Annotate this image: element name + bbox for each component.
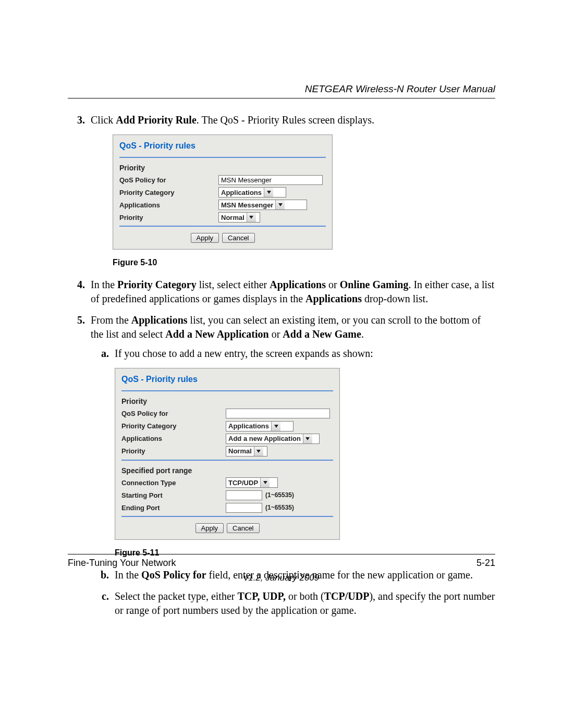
panel2-lbl-conn: Connection Type — [121, 478, 226, 488]
step-5c: Select the packet type, either TCP, UDP,… — [112, 589, 495, 618]
panel2-lbl-policy: QoS Policy for — [121, 409, 226, 418]
doc-header-title: NETGEAR Wireless-N Router User Manual — [68, 83, 495, 98]
chevron-down-icon — [271, 422, 280, 431]
panel2-hr-bottom — [121, 516, 333, 517]
panel1-dd-priority-text: Normal — [219, 213, 247, 223]
qos-panel-1: QoS - Priority rules Priority QoS Policy… — [113, 134, 333, 250]
qos-panel-2: QoS - Priority rules Priority QoS Policy… — [115, 368, 340, 540]
panel2-title: QoS - Priority rules — [115, 368, 339, 388]
svg-marker-3 — [274, 425, 278, 428]
panel2-lbl-apps: Applications — [121, 434, 226, 443]
chevron-down-icon — [247, 213, 256, 222]
panel2-lbl-end: Ending Port — [121, 503, 226, 513]
panel2-input-ending-port[interactable] — [226, 503, 262, 513]
panel2-dd-applications[interactable]: Add a new Application — [226, 434, 320, 444]
panel2-apply-button[interactable]: Apply — [195, 523, 224, 533]
panel2-lbl-start: Starting Port — [121, 491, 226, 500]
svg-marker-1 — [278, 203, 283, 206]
panel1-hr-top — [119, 157, 326, 158]
step3-bold-1: Add Priority Rule — [116, 114, 196, 126]
panel2-dd-connection-type[interactable]: TCP/UDP — [226, 477, 278, 488]
panel2-input-policy[interactable] — [226, 409, 330, 418]
panel1-input-policy[interactable] — [218, 175, 323, 185]
panel2-hr-top — [121, 390, 333, 391]
chevron-down-icon — [275, 200, 285, 209]
panel1-apply-button[interactable]: Apply — [191, 233, 219, 243]
svg-marker-2 — [249, 216, 253, 219]
panel2-sec-priority: Priority — [115, 392, 339, 408]
step3-text-a: Click — [91, 114, 116, 126]
panel1-cancel-button[interactable]: Cancel — [222, 233, 254, 243]
panel1-dd-category[interactable]: Applications — [218, 187, 286, 198]
panel1-lbl-cat: Priority Category — [119, 188, 218, 198]
panel2-dd-category[interactable]: Applications — [226, 421, 293, 431]
panel2-lbl-cat: Priority Category — [121, 422, 226, 431]
panel2-hr-mid — [121, 460, 333, 461]
step3-text-b: . The QoS - Priority Rules screen displa… — [197, 114, 374, 126]
figure-5-10-caption: Figure 5-10 — [113, 257, 495, 268]
panel2-dd-priority[interactable]: Normal — [226, 446, 267, 456]
panel1-lbl-priority: Priority — [119, 213, 218, 223]
svg-marker-0 — [267, 191, 271, 194]
panel2-lbl-priority: Priority — [121, 447, 226, 456]
panel2-input-starting-port[interactable] — [226, 490, 262, 500]
footer-page-number: 5-21 — [476, 558, 495, 569]
footer-section: Fine-Tuning Your Network — [68, 558, 176, 569]
chevron-down-icon — [254, 447, 263, 456]
step-3: Click Add Priority Rule. The QoS - Prior… — [88, 113, 495, 268]
panel1-sec-priority: Priority — [113, 159, 332, 174]
panel2-cancel-button[interactable]: Cancel — [227, 523, 259, 533]
chevron-down-icon — [264, 188, 273, 197]
footer-version: v1.2, January 2009 — [68, 573, 495, 583]
panel1-hr-bottom — [119, 226, 326, 227]
panel1-title: QoS - Priority rules — [113, 135, 332, 155]
step-5a: If you chose to add a new entry, the scr… — [112, 347, 495, 559]
panel2-start-hint: (1~65535) — [265, 491, 294, 499]
svg-marker-4 — [305, 437, 310, 440]
step-4: In the Priority Category list, select ei… — [88, 278, 495, 306]
panel2-sec-port: Specified port range — [115, 462, 339, 477]
panel1-dd-priority[interactable]: Normal — [218, 212, 260, 223]
panel1-lbl-policy: QoS Policy for — [119, 176, 218, 185]
svg-marker-5 — [256, 450, 261, 453]
panel1-lbl-apps: Applications — [119, 201, 218, 210]
chevron-down-icon — [303, 434, 312, 443]
chevron-down-icon — [260, 478, 270, 487]
panel1-dd-category-text: Applications — [219, 188, 264, 198]
header-rule — [68, 98, 495, 98]
svg-marker-6 — [263, 481, 267, 484]
panel1-dd-applications[interactable]: MSN Messenger — [218, 200, 307, 210]
panel1-dd-applications-text: MSN Messenger — [219, 201, 275, 210]
panel2-end-hint: (1~65535) — [265, 503, 294, 512]
